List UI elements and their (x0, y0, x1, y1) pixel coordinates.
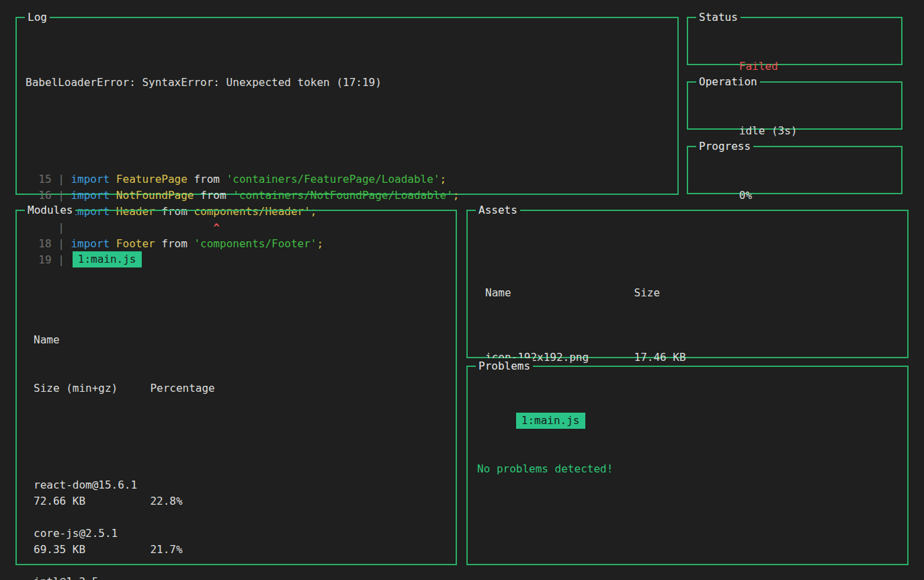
operation-panel: Operation idle (3s) (687, 81, 902, 130)
problems-panel: Problems 1:main.js No problems detected! (466, 366, 909, 565)
assets-rows: icon-192x192.png17.46 KB (485, 349, 907, 366)
assets-header-size: Size (634, 286, 661, 299)
operation-panel-title: Operation (696, 74, 760, 90)
module-row: core-js@2.5.169.35 KB21.7% (34, 526, 456, 558)
progress-panel: Progress 0% (687, 146, 902, 194)
modules-header-name: Name (34, 332, 456, 348)
modules-chunk-badge: 1:main.js (73, 251, 142, 267)
progress-value: 0% (739, 189, 752, 202)
problems-message: No problems detected! (477, 461, 907, 477)
asset-row: icon-192x192.png17.46 KB (485, 349, 907, 366)
modules-panel-title: Modules (25, 202, 75, 218)
log-panel: Log BabelLoaderError: SyntaxError: Unexp… (15, 17, 679, 195)
operation-value: idle (3s) (739, 124, 798, 137)
status-panel: Status Failed (687, 17, 902, 65)
progress-panel-title: Progress (696, 138, 753, 155)
modules-panel: Modules 1:main.js Name Size (min+gz)Perc… (15, 210, 457, 565)
modules-header-pct: Percentage (150, 382, 214, 395)
log-blank-line (26, 123, 668, 139)
modules-header-row2: Size (min+gz)Percentage (34, 380, 456, 397)
progress-body: 0% (688, 147, 901, 220)
modules-body: 1:main.js Name Size (min+gz)Percentage r… (17, 211, 456, 580)
status-value: Failed (739, 60, 778, 73)
assets-panel: Assets NameSize icon-192x192.png17.46 KB (466, 210, 909, 358)
log-error-message: BabelLoaderError: SyntaxError: Unexpecte… (26, 75, 668, 91)
log-code-line: 16 | import NotFoundPage from 'container… (26, 188, 668, 204)
problems-panel-title: Problems (476, 358, 533, 374)
assets-header-name: Name (485, 285, 634, 301)
log-panel-title: Log (25, 9, 50, 26)
webpack-dashboard-terminal: Log BabelLoaderError: SyntaxError: Unexp… (0, 0, 924, 580)
problems-body: 1:main.js No problems detected! (468, 367, 907, 509)
modules-header-size: Size (min+gz) (34, 380, 150, 397)
status-panel-title: Status (696, 9, 741, 26)
assets-panel-title: Assets (476, 202, 520, 218)
module-row: intl@1.2.521.33 KB6.69% (34, 574, 456, 580)
log-code-line: 15 | import FeaturePage from 'containers… (26, 171, 668, 188)
problems-chunk-badge: 1:main.js (516, 413, 585, 429)
assets-table-header: NameSize (485, 285, 907, 301)
modules-table-header: Name Size (min+gz)Percentage (34, 300, 456, 429)
modules-rows: react-dom@15.6.172.66 KB22.8%core-js@2.5… (34, 477, 456, 580)
module-row: react-dom@15.6.172.66 KB22.8% (34, 477, 456, 509)
